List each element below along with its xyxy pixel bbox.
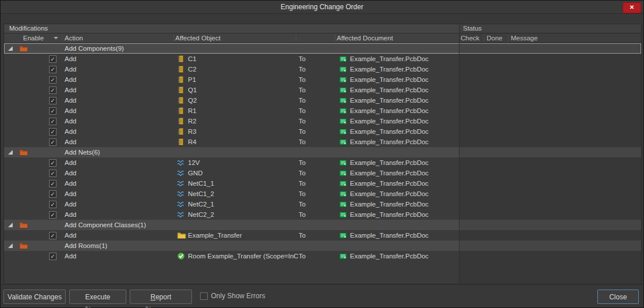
- only-show-errors-checkbox[interactable]: [200, 292, 208, 300]
- enable-checkbox[interactable]: ✓: [49, 201, 57, 208]
- enable-checkbox[interactable]: ✓: [49, 97, 57, 104]
- dialog-title: Engineering Change Order: [1, 1, 643, 13]
- document-cell: Example_Transfer.PcbDoc: [350, 95, 428, 106]
- change-row[interactable]: ✓AddGNDToExample_Transfer.PcbDoc: [4, 168, 641, 178]
- enable-checkbox[interactable]: ✓: [49, 253, 57, 260]
- change-row[interactable]: ✓AddC2ToExample_Transfer.PcbDoc: [4, 64, 641, 74]
- change-row[interactable]: ✓AddQ1ToExample_Transfer.PcbDoc: [4, 85, 641, 95]
- action-cell: Add: [65, 54, 76, 64]
- enable-checkbox[interactable]: ✓: [49, 138, 57, 146]
- change-row[interactable]: ✓AddR1ToExample_Transfer.PcbDoc: [4, 106, 641, 116]
- to-cell: To: [299, 168, 306, 178]
- change-row[interactable]: ✓AddNetC2_2ToExample_Transfer.PcbDoc: [4, 209, 641, 220]
- collapse-icon[interactable]: [8, 46, 13, 51]
- to-cell: To: [299, 95, 306, 106]
- pcbdoc-icon: [339, 96, 347, 104]
- group-label: Add Nets(6): [65, 147, 100, 157]
- change-row[interactable]: ✓Add12VToExample_Transfer.PcbDoc: [4, 157, 641, 168]
- enable-checkbox[interactable]: ✓: [49, 55, 57, 63]
- action-cell: Add: [65, 126, 76, 137]
- pcbdoc-icon: [339, 86, 347, 94]
- report-changes-button[interactable]: Report Changes...: [130, 290, 192, 304]
- validate-changes-button[interactable]: Validate Changes: [3, 290, 66, 304]
- collapse-icon[interactable]: [8, 243, 13, 248]
- footer-bar: Validate Changes Execute Changes Report …: [1, 284, 643, 307]
- object-cell: NetC1_1: [188, 178, 298, 189]
- net-icon: [177, 179, 185, 187]
- change-row[interactable]: ✓AddC1ToExample_Transfer.PcbDoc: [4, 54, 641, 64]
- action-cell: Add: [65, 157, 76, 168]
- document-cell: Example_Transfer.PcbDoc: [350, 178, 428, 189]
- enable-checkbox[interactable]: ✓: [49, 118, 57, 125]
- column-separator: [335, 35, 336, 42]
- enable-checkbox[interactable]: ✓: [49, 76, 57, 84]
- folder-red-icon: [19, 44, 28, 52]
- enable-checkbox[interactable]: ✓: [49, 232, 57, 239]
- change-row[interactable]: ✓AddR2ToExample_Transfer.PcbDoc: [4, 116, 641, 126]
- titlebar[interactable]: Engineering Change Order ✕: [1, 1, 643, 14]
- folder-red-icon: [19, 242, 28, 250]
- group-row[interactable]: Add Components(9): [4, 43, 641, 54]
- changes-list: Add Components(9)✓AddC1ToExample_Transfe…: [4, 43, 641, 261]
- component-icon: [177, 86, 185, 94]
- action-cell: Add: [65, 64, 76, 74]
- enable-checkbox[interactable]: ✓: [49, 128, 57, 136]
- change-row[interactable]: ✓AddNetC2_1ToExample_Transfer.PcbDoc: [4, 199, 641, 209]
- collapse-icon[interactable]: [8, 150, 13, 155]
- group-row[interactable]: Add Component Classes(1): [4, 220, 641, 230]
- object-cell: NetC2_2: [188, 209, 298, 220]
- action-cell: Add: [65, 85, 76, 95]
- to-cell: To: [299, 209, 306, 220]
- group-row[interactable]: Add Rooms(1): [4, 241, 641, 251]
- to-cell: To: [299, 137, 306, 147]
- object-cell: Q1: [188, 85, 298, 95]
- column-done[interactable]: Done: [487, 33, 503, 43]
- column-affected-object[interactable]: Affected Object: [175, 33, 220, 43]
- enable-checkbox[interactable]: ✓: [49, 170, 57, 177]
- component-icon: [177, 76, 185, 84]
- column-message[interactable]: Message: [511, 33, 538, 43]
- object-cell: R1: [188, 106, 298, 116]
- enable-checkbox[interactable]: ✓: [49, 190, 57, 198]
- change-row[interactable]: ✓AddNetC1_1ToExample_Transfer.PcbDoc: [4, 178, 641, 189]
- to-cell: To: [299, 199, 306, 209]
- folder-yellow-icon: [177, 231, 185, 239]
- column-check[interactable]: Check: [461, 33, 480, 43]
- close-icon: ✕: [630, 4, 634, 10]
- enable-checkbox[interactable]: ✓: [49, 159, 57, 167]
- change-row[interactable]: ✓AddQ2ToExample_Transfer.PcbDoc: [4, 95, 641, 106]
- group-row[interactable]: Add Nets(6): [4, 147, 641, 157]
- column-enable[interactable]: Enable: [23, 33, 44, 43]
- object-cell: C1: [188, 54, 298, 64]
- change-row[interactable]: ✓AddRoom Example_Transfer (Scope=InCorTo…: [4, 251, 641, 261]
- enable-checkbox[interactable]: ✓: [49, 87, 57, 94]
- change-row[interactable]: ✓AddP1ToExample_Transfer.PcbDoc: [4, 74, 641, 85]
- pcbdoc-icon: [339, 179, 347, 187]
- document-cell: Example_Transfer.PcbDoc: [350, 54, 428, 64]
- object-cell: R4: [188, 137, 298, 147]
- change-row[interactable]: ✓AddNetC1_2ToExample_Transfer.PcbDoc: [4, 189, 641, 199]
- document-cell: Example_Transfer.PcbDoc: [350, 230, 428, 241]
- column-separator: [174, 35, 174, 42]
- action-cell: Add: [65, 209, 76, 220]
- modifications-panel: Modifications Status Enable Action Affec…: [3, 24, 642, 284]
- enable-checkbox[interactable]: ✓: [49, 180, 57, 187]
- document-cell: Example_Transfer.PcbDoc: [350, 199, 428, 209]
- enable-checkbox[interactable]: ✓: [49, 107, 57, 115]
- change-row[interactable]: ✓AddR4ToExample_Transfer.PcbDoc: [4, 137, 641, 147]
- pcbdoc-icon: [339, 200, 347, 208]
- object-cell: R3: [188, 126, 298, 137]
- column-affected-document[interactable]: Affected Document: [337, 33, 393, 43]
- change-row[interactable]: ✓AddExample_TransferToExample_Transfer.P…: [4, 230, 641, 241]
- collapse-icon[interactable]: [8, 223, 13, 227]
- sort-desc-icon[interactable]: [54, 37, 58, 42]
- enable-checkbox[interactable]: ✓: [49, 66, 57, 73]
- execute-changes-button[interactable]: Execute Changes: [69, 290, 126, 304]
- enable-checkbox[interactable]: ✓: [49, 211, 57, 219]
- change-row[interactable]: ✓AddR3ToExample_Transfer.PcbDoc: [4, 126, 641, 137]
- only-show-errors-label[interactable]: Only Show Errors: [211, 292, 265, 301]
- column-action[interactable]: Action: [65, 33, 83, 43]
- component-icon: [177, 138, 185, 146]
- close-dialog-button[interactable]: Close: [597, 290, 639, 304]
- close-button[interactable]: ✕: [623, 2, 641, 13]
